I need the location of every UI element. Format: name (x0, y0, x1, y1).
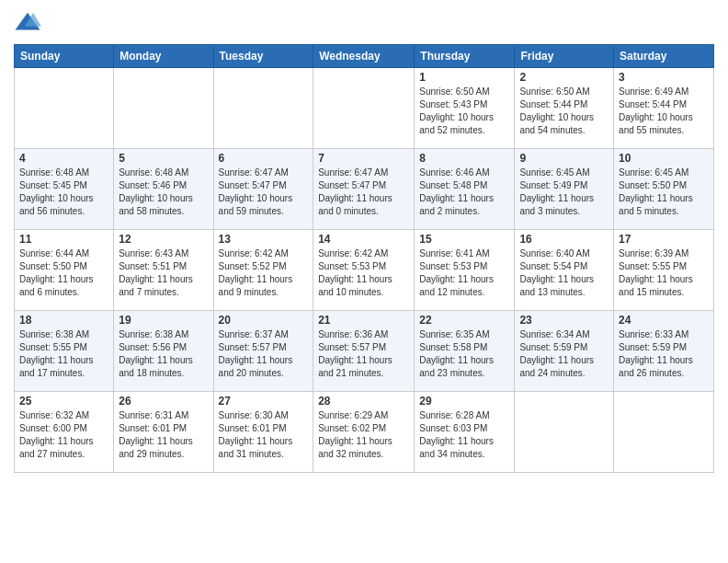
cell-content: Sunrise: 6:36 AM Sunset: 5:57 PM Dayligh… (318, 328, 409, 380)
calendar-cell: 2Sunrise: 6:50 AM Sunset: 5:44 PM Daylig… (515, 68, 614, 149)
day-number: 25 (19, 395, 108, 408)
cell-content: Sunrise: 6:34 AM Sunset: 5:59 PM Dayligh… (519, 328, 609, 380)
calendar-cell: 15Sunrise: 6:41 AM Sunset: 5:53 PM Dayli… (415, 230, 515, 311)
calendar-day-header: Wednesday (313, 45, 415, 68)
calendar-cell: 8Sunrise: 6:46 AM Sunset: 5:48 PM Daylig… (415, 149, 515, 230)
calendar-day-header: Saturday (614, 45, 714, 68)
day-number: 6 (219, 152, 309, 165)
cell-content: Sunrise: 6:47 AM Sunset: 5:47 PM Dayligh… (219, 167, 309, 218)
day-number: 26 (119, 395, 208, 408)
cell-content: Sunrise: 6:30 AM Sunset: 6:01 PM Dayligh… (219, 409, 309, 461)
calendar-cell: 5Sunrise: 6:48 AM Sunset: 5:46 PM Daylig… (114, 149, 213, 230)
day-number: 17 (619, 233, 709, 246)
day-number: 24 (619, 314, 709, 327)
cell-content: Sunrise: 6:42 AM Sunset: 5:52 PM Dayligh… (219, 247, 309, 299)
day-number: 10 (619, 152, 709, 165)
calendar-cell: 28Sunrise: 6:29 AM Sunset: 6:02 PM Dayli… (313, 392, 415, 473)
logo (14, 9, 45, 37)
cell-content: Sunrise: 6:29 AM Sunset: 6:02 PM Dayligh… (318, 409, 409, 461)
calendar-day-header: Tuesday (213, 45, 313, 68)
day-number: 23 (519, 314, 609, 327)
calendar-cell: 11Sunrise: 6:44 AM Sunset: 5:50 PM Dayli… (15, 230, 114, 311)
calendar-cell: 9Sunrise: 6:45 AM Sunset: 5:49 PM Daylig… (515, 149, 614, 230)
calendar-cell (114, 68, 213, 149)
day-number: 13 (219, 233, 309, 246)
day-number: 5 (119, 152, 208, 165)
cell-content: Sunrise: 6:45 AM Sunset: 5:50 PM Dayligh… (619, 167, 709, 218)
cell-content: Sunrise: 6:48 AM Sunset: 5:45 PM Dayligh… (19, 167, 108, 218)
calendar-cell (15, 68, 114, 149)
cell-content: Sunrise: 6:41 AM Sunset: 5:53 PM Dayligh… (419, 247, 509, 299)
day-number: 20 (219, 314, 309, 327)
page: SundayMondayTuesdayWednesdayThursdayFrid… (0, 0, 728, 563)
calendar-cell: 13Sunrise: 6:42 AM Sunset: 5:52 PM Dayli… (213, 230, 313, 311)
cell-content: Sunrise: 6:49 AM Sunset: 5:44 PM Dayligh… (619, 86, 709, 137)
calendar-day-header: Sunday (15, 45, 114, 68)
day-number: 29 (419, 395, 509, 408)
day-number: 9 (519, 152, 609, 165)
calendar-cell: 24Sunrise: 6:33 AM Sunset: 5:59 PM Dayli… (614, 311, 714, 392)
calendar-cell: 25Sunrise: 6:32 AM Sunset: 6:00 PM Dayli… (15, 392, 114, 473)
day-number: 12 (119, 233, 208, 246)
day-number: 19 (119, 314, 208, 327)
calendar-cell: 18Sunrise: 6:38 AM Sunset: 5:55 PM Dayli… (15, 311, 114, 392)
calendar-table: SundayMondayTuesdayWednesdayThursdayFrid… (14, 44, 714, 473)
cell-content: Sunrise: 6:38 AM Sunset: 5:55 PM Dayligh… (19, 328, 108, 380)
calendar-day-header: Friday (515, 45, 614, 68)
cell-content: Sunrise: 6:50 AM Sunset: 5:43 PM Dayligh… (419, 86, 509, 137)
calendar-cell: 3Sunrise: 6:49 AM Sunset: 5:44 PM Daylig… (614, 68, 714, 149)
calendar-cell: 26Sunrise: 6:31 AM Sunset: 6:01 PM Dayli… (114, 392, 213, 473)
day-number: 22 (419, 314, 509, 327)
cell-content: Sunrise: 6:44 AM Sunset: 5:50 PM Dayligh… (19, 247, 108, 299)
day-number: 3 (619, 71, 709, 84)
calendar-cell: 19Sunrise: 6:38 AM Sunset: 5:56 PM Dayli… (114, 311, 213, 392)
cell-content: Sunrise: 6:33 AM Sunset: 5:59 PM Dayligh… (619, 328, 709, 380)
cell-content: Sunrise: 6:39 AM Sunset: 5:55 PM Dayligh… (619, 247, 709, 299)
calendar-header-row: SundayMondayTuesdayWednesdayThursdayFrid… (15, 45, 714, 68)
day-number: 27 (219, 395, 309, 408)
calendar-cell: 14Sunrise: 6:42 AM Sunset: 5:53 PM Dayli… (313, 230, 415, 311)
cell-content: Sunrise: 6:40 AM Sunset: 5:54 PM Dayligh… (519, 247, 609, 299)
day-number: 1 (419, 71, 509, 84)
calendar-cell: 7Sunrise: 6:47 AM Sunset: 5:47 PM Daylig… (313, 149, 415, 230)
calendar-cell (515, 392, 614, 473)
day-number: 8 (419, 152, 509, 165)
cell-content: Sunrise: 6:37 AM Sunset: 5:57 PM Dayligh… (219, 328, 309, 380)
calendar-cell: 6Sunrise: 6:47 AM Sunset: 5:47 PM Daylig… (213, 149, 313, 230)
cell-content: Sunrise: 6:48 AM Sunset: 5:46 PM Dayligh… (119, 167, 208, 218)
day-number: 2 (519, 71, 609, 84)
calendar-day-header: Monday (114, 45, 213, 68)
header (14, 9, 714, 37)
calendar-cell: 21Sunrise: 6:36 AM Sunset: 5:57 PM Dayli… (313, 311, 415, 392)
calendar-cell: 4Sunrise: 6:48 AM Sunset: 5:45 PM Daylig… (15, 149, 114, 230)
cell-content: Sunrise: 6:31 AM Sunset: 6:01 PM Dayligh… (119, 409, 208, 461)
calendar-cell: 10Sunrise: 6:45 AM Sunset: 5:50 PM Dayli… (614, 149, 714, 230)
calendar-cell (614, 392, 714, 473)
day-number: 4 (19, 152, 108, 165)
calendar-cell: 17Sunrise: 6:39 AM Sunset: 5:55 PM Dayli… (614, 230, 714, 311)
calendar-cell (213, 68, 313, 149)
cell-content: Sunrise: 6:38 AM Sunset: 5:56 PM Dayligh… (119, 328, 208, 380)
cell-content: Sunrise: 6:35 AM Sunset: 5:58 PM Dayligh… (419, 328, 509, 380)
calendar-cell: 23Sunrise: 6:34 AM Sunset: 5:59 PM Dayli… (515, 311, 614, 392)
cell-content: Sunrise: 6:43 AM Sunset: 5:51 PM Dayligh… (119, 247, 208, 299)
calendar-cell: 12Sunrise: 6:43 AM Sunset: 5:51 PM Dayli… (114, 230, 213, 311)
calendar-cell: 20Sunrise: 6:37 AM Sunset: 5:57 PM Dayli… (213, 311, 313, 392)
calendar-cell: 22Sunrise: 6:35 AM Sunset: 5:58 PM Dayli… (415, 311, 515, 392)
calendar-week-row: 1Sunrise: 6:50 AM Sunset: 5:43 PM Daylig… (15, 68, 714, 149)
day-number: 11 (19, 233, 108, 246)
cell-content: Sunrise: 6:45 AM Sunset: 5:49 PM Dayligh… (519, 167, 609, 218)
day-number: 21 (318, 314, 409, 327)
cell-content: Sunrise: 6:32 AM Sunset: 6:00 PM Dayligh… (19, 409, 108, 461)
cell-content: Sunrise: 6:28 AM Sunset: 6:03 PM Dayligh… (419, 409, 509, 461)
cell-content: Sunrise: 6:42 AM Sunset: 5:53 PM Dayligh… (318, 247, 409, 299)
cell-content: Sunrise: 6:50 AM Sunset: 5:44 PM Dayligh… (519, 86, 609, 137)
day-number: 18 (19, 314, 108, 327)
calendar-week-row: 18Sunrise: 6:38 AM Sunset: 5:55 PM Dayli… (15, 311, 714, 392)
calendar-week-row: 4Sunrise: 6:48 AM Sunset: 5:45 PM Daylig… (15, 149, 714, 230)
day-number: 14 (318, 233, 409, 246)
day-number: 16 (519, 233, 609, 246)
calendar-day-header: Thursday (415, 45, 515, 68)
cell-content: Sunrise: 6:46 AM Sunset: 5:48 PM Dayligh… (419, 167, 509, 218)
cell-content: Sunrise: 6:47 AM Sunset: 5:47 PM Dayligh… (318, 167, 409, 218)
